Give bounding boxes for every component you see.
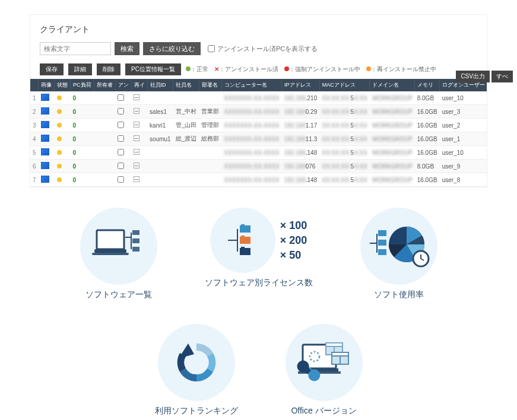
table-row[interactable]: 30kanri1管_山田管理部XXXXXXX-XX-XXXX192.1681.1… bbox=[30, 119, 487, 132]
table-row[interactable]: 50XXXXXXX-XX-XXXX192.168.148XX:XX:XX:5X:… bbox=[30, 146, 487, 160]
column-header[interactable]: PC負荷 bbox=[71, 79, 94, 91]
reinstall-cell[interactable] bbox=[131, 146, 147, 160]
uninstall-cell[interactable] bbox=[115, 91, 131, 105]
search-input[interactable] bbox=[40, 42, 111, 55]
uninstall-checkbox[interactable] bbox=[118, 135, 124, 142]
column-header[interactable]: 状態 bbox=[55, 79, 71, 91]
column-header[interactable]: コンピューター名 bbox=[221, 79, 281, 91]
uninstall-checkbox[interactable] bbox=[118, 176, 124, 183]
image-cell[interactable] bbox=[39, 173, 55, 187]
owner-cell bbox=[94, 173, 115, 187]
reinstall-cell[interactable] bbox=[131, 132, 147, 146]
uninstall-cell[interactable] bbox=[115, 146, 131, 160]
uninstall-checkbox[interactable] bbox=[118, 149, 124, 155]
collapse-icon[interactable] bbox=[134, 108, 139, 114]
domain-cell: WORKGROUP bbox=[370, 119, 415, 132]
delete-button[interactable]: 削除 bbox=[97, 63, 120, 75]
office-version-label: Office バージョン bbox=[291, 406, 356, 416]
column-header[interactable]: アン bbox=[115, 79, 131, 91]
department-cell bbox=[199, 160, 221, 173]
feature-license-count: × 100 × 200 × 50 ソフトウェア別ライセンス数 bbox=[205, 208, 313, 300]
uninstall-cell[interactable] bbox=[115, 132, 131, 146]
feature-usage-rate: ソフト使用率 bbox=[360, 208, 437, 300]
image-cell[interactable] bbox=[39, 119, 55, 132]
collapse-icon[interactable] bbox=[134, 163, 139, 168]
column-header[interactable]: 部署名 bbox=[199, 79, 221, 91]
image-cell[interactable] bbox=[39, 146, 55, 160]
status-dot-icon bbox=[57, 164, 62, 168]
pc-thumbnail-icon bbox=[41, 107, 49, 114]
legend-uninstalled: ：アンインストール済 bbox=[219, 66, 278, 72]
domain-cell: WORKGROUP bbox=[370, 132, 415, 146]
employee-id-cell: kanri1 bbox=[147, 119, 173, 132]
image-cell[interactable] bbox=[39, 91, 55, 105]
panel-title: クライアント bbox=[30, 24, 487, 42]
collapse-icon[interactable] bbox=[134, 176, 139, 182]
uninstall-cell[interactable] bbox=[115, 173, 131, 187]
reinstall-cell[interactable] bbox=[131, 119, 147, 132]
computer-name-cell: XXXXXXX-XX-XXXX bbox=[221, 160, 281, 173]
uninstall-cell[interactable] bbox=[115, 119, 131, 132]
column-header[interactable]: 画像 bbox=[39, 79, 55, 91]
column-header[interactable]: 所有者 bbox=[94, 79, 115, 91]
table-row[interactable]: 40soumu1総_渡辺総務部XXXXXXX-XX-XXXX192.16811.… bbox=[30, 132, 487, 146]
uninstall-checkbox[interactable] bbox=[118, 163, 124, 169]
ip-address-cell: 192.16811.3 bbox=[282, 132, 320, 146]
uninstall-checkbox[interactable] bbox=[118, 108, 124, 114]
save-button[interactable]: 保存 bbox=[40, 63, 64, 75]
column-header[interactable]: メモリ bbox=[415, 79, 440, 91]
table-row[interactable]: 20sales1営_中村営業部XXXXXXX-XX-XXXX192.1680.2… bbox=[30, 105, 487, 119]
table-row[interactable]: 70XXXXXXX-XX-XXXX192.168.148XX:XX:XX:5X:… bbox=[30, 173, 487, 187]
uninstall-cell[interactable] bbox=[115, 105, 131, 119]
column-header[interactable]: 社員名 bbox=[173, 79, 199, 91]
license-count-label: ソフトウェア別ライセンス数 bbox=[205, 278, 313, 288]
domain-cell: WORKGROUP bbox=[370, 160, 415, 173]
table-row[interactable]: 60XXXXXXX-XX-XXXX192.168076XX:XX:XX:5X:X… bbox=[30, 160, 487, 173]
software-list-icon bbox=[80, 208, 157, 285]
mac-address-cell: XX:XX:XX:5X:XX bbox=[319, 160, 370, 173]
ranking-label: 利用ソフトランキング bbox=[155, 406, 238, 416]
uninstall-cell[interactable] bbox=[115, 160, 131, 173]
column-header[interactable]: 社員ID bbox=[147, 79, 173, 91]
reinstall-cell[interactable] bbox=[131, 105, 147, 119]
image-cell[interactable] bbox=[39, 160, 55, 173]
csv-export-button[interactable]: CSV出力 bbox=[456, 71, 490, 82]
search-button[interactable]: 検索 bbox=[115, 42, 139, 55]
row-number: 5 bbox=[30, 146, 39, 160]
pc-load-cell: 0 bbox=[71, 173, 94, 187]
computer-name-cell: XXXXXXX-XX-XXXX bbox=[221, 119, 281, 132]
image-cell[interactable] bbox=[39, 132, 55, 146]
department-cell: 総務部 bbox=[199, 132, 221, 146]
column-header[interactable]: MACアドレス bbox=[319, 79, 370, 91]
svg-rect-7 bbox=[132, 247, 139, 252]
image-cell[interactable] bbox=[39, 105, 55, 119]
collapse-icon[interactable] bbox=[134, 94, 139, 100]
status-cell bbox=[55, 173, 71, 187]
column-header[interactable]: 再イ bbox=[131, 79, 147, 91]
collapse-icon[interactable] bbox=[134, 122, 139, 128]
filter-button[interactable]: さらに絞り込む bbox=[143, 42, 201, 55]
collapse-icon[interactable] bbox=[134, 149, 139, 155]
collapse-icon[interactable] bbox=[134, 135, 139, 141]
status-cell bbox=[55, 132, 71, 146]
column-header[interactable]: IPアドレス bbox=[282, 79, 320, 91]
pc-location-button[interactable]: PC位置情報一覧 bbox=[125, 63, 181, 75]
uninstalled-checkbox[interactable] bbox=[208, 45, 215, 52]
table-row[interactable]: 10XXXXXXX-XX-XXXX192.168.210XX:XX:XX:5X:… bbox=[30, 91, 487, 105]
reinstall-cell[interactable] bbox=[131, 173, 147, 187]
employee-id-cell: soumu1 bbox=[147, 132, 173, 146]
detail-button[interactable]: 詳細 bbox=[68, 63, 92, 75]
reinstall-cell[interactable] bbox=[131, 91, 147, 105]
column-header[interactable]: ドメイン名 bbox=[370, 79, 415, 91]
logon-user-cell: user_9 bbox=[440, 160, 487, 173]
all-button[interactable]: すべ bbox=[491, 71, 513, 82]
uninstall-checkbox[interactable] bbox=[118, 122, 124, 128]
svg-rect-18 bbox=[378, 230, 386, 236]
uninstall-checkbox[interactable] bbox=[118, 94, 124, 101]
pc-thumbnail-icon bbox=[41, 121, 49, 128]
uninstalled-checkbox-label[interactable]: アンインストール済PCを表示する bbox=[208, 44, 318, 53]
column-header[interactable] bbox=[30, 79, 39, 91]
features-section: ソフトウェア一覧 × 100 × 200 × 50 ソフトウェア別ライセンス数 bbox=[0, 193, 517, 420]
reinstall-cell[interactable] bbox=[131, 160, 147, 173]
svg-rect-5 bbox=[132, 230, 139, 235]
